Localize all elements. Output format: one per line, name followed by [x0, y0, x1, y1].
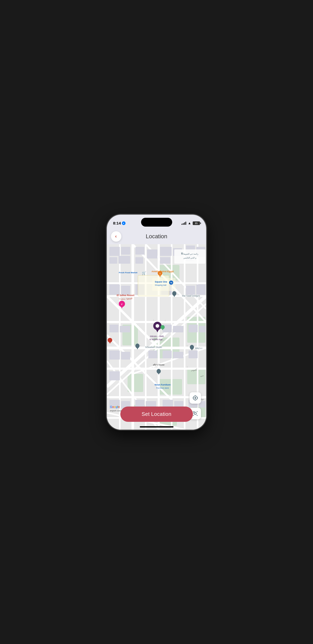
gps-button[interactable]: [190, 392, 201, 404]
svg-rect-59: [148, 351, 157, 358]
svg-text:Furniture store: Furniture store: [156, 387, 169, 389]
signal-bar-1: [182, 224, 182, 225]
svg-text:bibo's c: bibo's c: [195, 347, 203, 349]
svg-rect-64: [189, 325, 198, 332]
svg-point-129: [194, 397, 196, 399]
svg-rect-66: [189, 351, 198, 358]
svg-text:NSwailam Studio: NSwailam Studio: [145, 346, 162, 348]
svg-rect-51: [186, 286, 195, 295]
svg-rect-37: [119, 256, 130, 264]
dynamic-island: [141, 218, 172, 227]
signal-icon: [182, 222, 186, 225]
svg-text:الصفوة ريزورت: الصفوة ريزورت: [119, 297, 132, 300]
svg-text:& Mobile App...: & Mobile App...: [149, 338, 164, 341]
svg-text:أكتوبر: أكتوبر: [191, 368, 197, 372]
svg-text:alfy's house: alfy's house: [153, 363, 165, 366]
svg-text:↑: ↑: [153, 319, 154, 322]
svg-rect-62: [163, 351, 172, 358]
svg-rect-41: [160, 247, 172, 256]
map-container[interactable]: ↑ ↓ ↑ → ↑ ↓ ↑ 🏛 رئاسة حي الشويفات و الحي…: [107, 244, 206, 430]
svg-rect-57: [121, 352, 130, 360]
svg-text:🛒: 🛒: [142, 271, 147, 275]
svg-rect-47: [109, 284, 120, 295]
signal-bar-4: [185, 222, 186, 225]
page-title: Location: [146, 233, 167, 240]
gps-icon: [192, 395, 198, 401]
svg-text:El Safwa Resort: El Safwa Resort: [117, 294, 134, 297]
svg-rect-54: [109, 325, 119, 332]
signal-bar-3: [184, 222, 185, 225]
bottom-overlay: Set Location: [107, 407, 206, 422]
signal-bar-2: [183, 223, 184, 225]
svg-text:✗: ✗: [121, 303, 123, 306]
svg-rect-48: [121, 286, 130, 295]
header: ‹ Location: [107, 229, 206, 244]
svg-text:Intcore – Web: Intcore – Web: [150, 335, 164, 338]
svg-text:↑: ↑: [140, 344, 141, 347]
svg-text:↓: ↓: [165, 319, 166, 322]
set-location-button[interactable]: Set Location: [120, 407, 193, 422]
svg-text:Fresh Food Market: Fresh Food Market: [119, 271, 137, 274]
svg-rect-63: [173, 352, 183, 358]
battery-level: 21: [195, 222, 198, 225]
svg-rect-39: [135, 257, 143, 264]
location-active-icon: [122, 221, 126, 225]
svg-rect-35: [121, 247, 130, 255]
svg-rect-52: [196, 284, 205, 295]
svg-rect-36: [109, 257, 117, 264]
svg-text:Shopping mall: Shopping mall: [155, 284, 166, 286]
status-time: 8:14: [113, 221, 126, 225]
svg-rect-61: [173, 326, 183, 332]
svg-rect-5: [128, 374, 143, 392]
back-icon: ‹: [115, 234, 117, 239]
phone-frame: 8:14 ▲ 21 ‹ Location: [107, 215, 206, 430]
svg-text:و الحي الخامس: و الحي الخامس: [183, 257, 196, 259]
svg-rect-34: [109, 247, 120, 256]
svg-text:↑: ↑: [187, 366, 188, 368]
home-indicator: [140, 426, 173, 428]
svg-text:🍹: 🍹: [159, 272, 161, 275]
svg-point-107: [156, 324, 159, 328]
wifi-icon: ▲: [188, 221, 191, 225]
svg-text:Square One: Square One: [155, 281, 167, 283]
svg-text:Mai Saad Designs: Mai Saad Designs: [182, 295, 200, 297]
svg-text:Noun Furniture: Noun Furniture: [155, 383, 171, 386]
svg-rect-65: [199, 326, 205, 332]
svg-rect-40: [147, 249, 157, 258]
svg-text:رئاسة حي الشويفات: رئاسة حي الشويفات: [181, 253, 198, 255]
svg-rect-42: [160, 257, 170, 264]
svg-text:↑: ↑: [187, 344, 188, 347]
back-button[interactable]: ‹: [111, 231, 121, 242]
svg-rect-58: [109, 371, 120, 380]
svg-text:حي: حي: [200, 374, 204, 377]
svg-text:Amelia Beirut Egypt: Amelia Beirut Egypt: [151, 270, 174, 273]
svg-rect-55: [120, 326, 130, 332]
clock: 8:14: [113, 221, 121, 225]
svg-rect-38: [135, 247, 144, 255]
status-right-icons: ▲ 21: [182, 221, 200, 225]
battery-icon: 21: [193, 221, 200, 225]
svg-rect-56: [109, 351, 120, 360]
svg-text:🛍: 🛍: [170, 281, 172, 284]
